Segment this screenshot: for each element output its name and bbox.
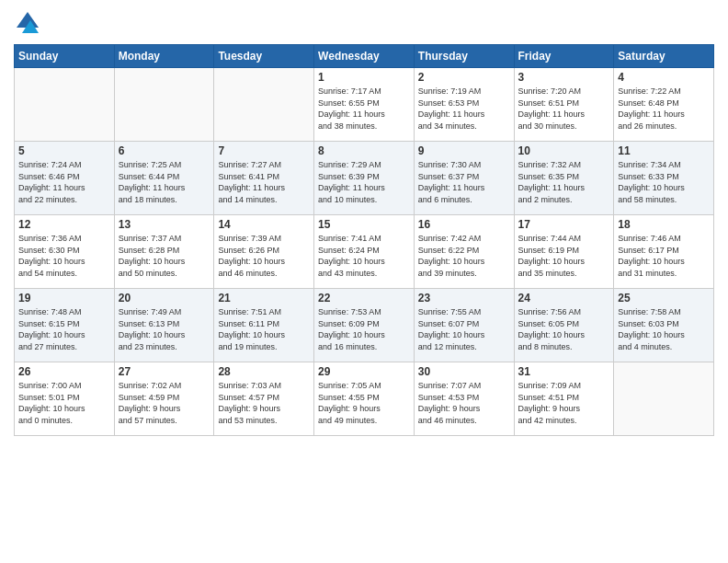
day-number: 3 — [518, 71, 610, 84]
day-info: Sunrise: 7:09 AM Sunset: 4:51 PM Dayligh… — [518, 380, 610, 426]
day-info: Sunrise: 7:22 AM Sunset: 6:48 PM Dayligh… — [618, 86, 710, 132]
day-number: 29 — [318, 365, 410, 378]
calendar-cell: 28Sunrise: 7:03 AM Sunset: 4:57 PM Dayli… — [214, 362, 314, 436]
day-number: 25 — [618, 292, 710, 304]
weekday-header-wednesday: Wednesday — [314, 45, 415, 68]
day-number: 26 — [18, 365, 110, 378]
week-row-1: 1Sunrise: 7:17 AM Sunset: 6:55 PM Daylig… — [15, 68, 714, 142]
day-number: 7 — [218, 144, 310, 157]
calendar-cell: 21Sunrise: 7:51 AM Sunset: 6:11 PM Dayli… — [214, 289, 314, 362]
week-row-2: 5Sunrise: 7:24 AM Sunset: 6:46 PM Daylig… — [15, 142, 714, 215]
week-row-4: 19Sunrise: 7:48 AM Sunset: 6:15 PM Dayli… — [15, 289, 714, 362]
calendar-cell — [114, 68, 214, 142]
day-number: 22 — [318, 292, 410, 304]
day-number: 27 — [119, 365, 210, 378]
day-number: 1 — [318, 71, 410, 84]
day-number: 23 — [418, 292, 510, 304]
day-number: 28 — [218, 365, 310, 378]
day-info: Sunrise: 7:03 AM Sunset: 4:57 PM Dayligh… — [218, 380, 310, 426]
weekday-header-sunday: Sunday — [15, 45, 115, 68]
day-info: Sunrise: 7:39 AM Sunset: 6:26 PM Dayligh… — [218, 233, 310, 279]
day-number: 21 — [218, 292, 310, 304]
calendar-cell: 9Sunrise: 7:30 AM Sunset: 6:37 PM Daylig… — [414, 142, 514, 215]
day-number: 4 — [618, 71, 710, 84]
calendar-cell — [214, 68, 314, 142]
day-info: Sunrise: 7:48 AM Sunset: 6:15 PM Dayligh… — [18, 306, 110, 352]
calendar-cell: 1Sunrise: 7:17 AM Sunset: 6:55 PM Daylig… — [314, 68, 415, 142]
calendar-cell — [614, 362, 714, 436]
calendar-cell: 19Sunrise: 7:48 AM Sunset: 6:15 PM Dayli… — [15, 289, 115, 362]
day-number: 17 — [518, 218, 610, 231]
calendar-cell: 2Sunrise: 7:19 AM Sunset: 6:53 PM Daylig… — [414, 68, 514, 142]
calendar-cell: 27Sunrise: 7:02 AM Sunset: 4:59 PM Dayli… — [114, 362, 214, 436]
day-info: Sunrise: 7:56 AM Sunset: 6:05 PM Dayligh… — [518, 306, 610, 352]
calendar-cell: 5Sunrise: 7:24 AM Sunset: 6:46 PM Daylig… — [15, 142, 115, 215]
calendar-cell: 25Sunrise: 7:58 AM Sunset: 6:03 PM Dayli… — [614, 289, 714, 362]
day-number: 20 — [119, 292, 210, 304]
day-info: Sunrise: 7:42 AM Sunset: 6:22 PM Dayligh… — [418, 233, 510, 279]
day-number: 8 — [318, 144, 410, 157]
day-info: Sunrise: 7:34 AM Sunset: 6:33 PM Dayligh… — [618, 159, 710, 205]
calendar-cell: 16Sunrise: 7:42 AM Sunset: 6:22 PM Dayli… — [414, 215, 514, 289]
day-info: Sunrise: 7:58 AM Sunset: 6:03 PM Dayligh… — [618, 306, 710, 352]
calendar-cell: 10Sunrise: 7:32 AM Sunset: 6:35 PM Dayli… — [514, 142, 614, 215]
day-number: 6 — [119, 144, 210, 157]
day-number: 18 — [618, 218, 710, 231]
day-info: Sunrise: 7:32 AM Sunset: 6:35 PM Dayligh… — [518, 159, 610, 205]
week-row-3: 12Sunrise: 7:36 AM Sunset: 6:30 PM Dayli… — [15, 215, 714, 289]
calendar-cell: 6Sunrise: 7:25 AM Sunset: 6:44 PM Daylig… — [114, 142, 214, 215]
day-number: 9 — [418, 144, 510, 157]
day-info: Sunrise: 7:30 AM Sunset: 6:37 PM Dayligh… — [418, 159, 510, 205]
day-number: 19 — [18, 292, 110, 304]
day-info: Sunrise: 7:36 AM Sunset: 6:30 PM Dayligh… — [18, 233, 110, 279]
calendar-cell: 26Sunrise: 7:00 AM Sunset: 5:01 PM Dayli… — [15, 362, 115, 436]
calendar-cell: 29Sunrise: 7:05 AM Sunset: 4:55 PM Dayli… — [314, 362, 415, 436]
calendar-table: SundayMondayTuesdayWednesdayThursdayFrid… — [14, 44, 714, 436]
day-info: Sunrise: 7:37 AM Sunset: 6:28 PM Dayligh… — [119, 233, 210, 279]
weekday-header-saturday: Saturday — [614, 45, 714, 68]
day-number: 30 — [418, 365, 510, 378]
calendar-cell: 20Sunrise: 7:49 AM Sunset: 6:13 PM Dayli… — [114, 289, 214, 362]
calendar-cell: 23Sunrise: 7:55 AM Sunset: 6:07 PM Dayli… — [414, 289, 514, 362]
calendar-cell: 31Sunrise: 7:09 AM Sunset: 4:51 PM Dayli… — [514, 362, 614, 436]
day-info: Sunrise: 7:51 AM Sunset: 6:11 PM Dayligh… — [218, 306, 310, 352]
day-number: 16 — [418, 218, 510, 231]
calendar-cell: 14Sunrise: 7:39 AM Sunset: 6:26 PM Dayli… — [214, 215, 314, 289]
day-number: 5 — [18, 144, 110, 157]
logo — [14, 9, 45, 37]
day-info: Sunrise: 7:25 AM Sunset: 6:44 PM Dayligh… — [119, 159, 210, 205]
calendar-page: SundayMondayTuesdayWednesdayThursdayFrid… — [0, 0, 728, 563]
day-number: 13 — [119, 218, 210, 231]
day-number: 10 — [518, 144, 610, 157]
calendar-cell: 24Sunrise: 7:56 AM Sunset: 6:05 PM Dayli… — [514, 289, 614, 362]
calendar-cell: 17Sunrise: 7:44 AM Sunset: 6:19 PM Dayli… — [514, 215, 614, 289]
calendar-cell: 15Sunrise: 7:41 AM Sunset: 6:24 PM Dayli… — [314, 215, 415, 289]
day-info: Sunrise: 7:05 AM Sunset: 4:55 PM Dayligh… — [318, 380, 410, 426]
weekday-header-friday: Friday — [514, 45, 614, 68]
day-info: Sunrise: 7:17 AM Sunset: 6:55 PM Dayligh… — [318, 86, 410, 132]
day-number: 14 — [218, 218, 310, 231]
day-info: Sunrise: 7:07 AM Sunset: 4:53 PM Dayligh… — [418, 380, 510, 426]
calendar-cell: 7Sunrise: 7:27 AM Sunset: 6:41 PM Daylig… — [214, 142, 314, 215]
day-number: 2 — [418, 71, 510, 84]
day-info: Sunrise: 7:53 AM Sunset: 6:09 PM Dayligh… — [318, 306, 410, 352]
day-info: Sunrise: 7:55 AM Sunset: 6:07 PM Dayligh… — [418, 306, 510, 352]
calendar-cell: 13Sunrise: 7:37 AM Sunset: 6:28 PM Dayli… — [114, 215, 214, 289]
day-info: Sunrise: 7:19 AM Sunset: 6:53 PM Dayligh… — [418, 86, 510, 132]
day-info: Sunrise: 7:49 AM Sunset: 6:13 PM Dayligh… — [119, 306, 210, 352]
day-number: 12 — [18, 218, 110, 231]
day-number: 15 — [318, 218, 410, 231]
day-info: Sunrise: 7:00 AM Sunset: 5:01 PM Dayligh… — [18, 380, 110, 426]
calendar-cell: 4Sunrise: 7:22 AM Sunset: 6:48 PM Daylig… — [614, 68, 714, 142]
calendar-cell: 30Sunrise: 7:07 AM Sunset: 4:53 PM Dayli… — [414, 362, 514, 436]
day-number: 24 — [518, 292, 610, 304]
day-info: Sunrise: 7:24 AM Sunset: 6:46 PM Dayligh… — [18, 159, 110, 205]
header — [14, 9, 714, 37]
day-info: Sunrise: 7:02 AM Sunset: 4:59 PM Dayligh… — [119, 380, 210, 426]
calendar-cell: 11Sunrise: 7:34 AM Sunset: 6:33 PM Dayli… — [614, 142, 714, 215]
calendar-cell — [15, 68, 115, 142]
day-info: Sunrise: 7:29 AM Sunset: 6:39 PM Dayligh… — [318, 159, 410, 205]
calendar-cell: 8Sunrise: 7:29 AM Sunset: 6:39 PM Daylig… — [314, 142, 415, 215]
day-info: Sunrise: 7:46 AM Sunset: 6:17 PM Dayligh… — [618, 233, 710, 279]
calendar-cell: 22Sunrise: 7:53 AM Sunset: 6:09 PM Dayli… — [314, 289, 415, 362]
